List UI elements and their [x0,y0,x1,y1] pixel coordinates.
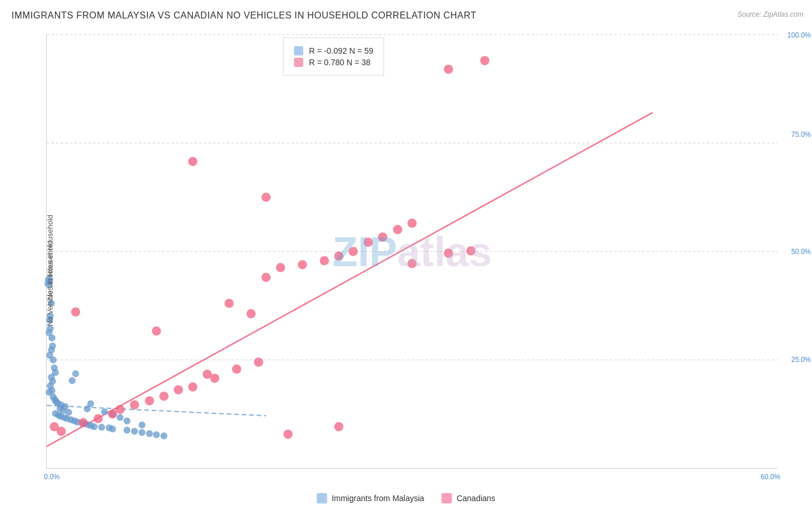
svg-point-17 [50,356,57,363]
svg-line-4 [47,405,266,416]
svg-point-74 [298,260,307,269]
svg-point-73 [276,263,285,272]
bottom-legend: Immigrants from Malaysia Canadians [316,493,495,503]
svg-point-83 [130,400,139,409]
svg-point-45 [91,423,98,430]
legend-text-1: R = -0.092 N = 59 [309,46,373,55]
svg-point-72 [262,273,271,282]
y-label-100: 100.0% [787,31,811,39]
y-axis-label-text: No Vehicles in Household [46,241,54,326]
legend-swatch-blue [294,46,303,55]
svg-point-67 [152,326,161,335]
svg-point-81 [408,219,417,228]
svg-point-79 [378,233,388,242]
svg-point-49 [124,427,131,434]
x-label-60: 60.0% [761,473,780,481]
bottom-swatch-blue [316,493,327,503]
svg-point-94 [284,430,293,439]
svg-point-62 [124,417,131,424]
chart-title: IMMIGRANTS FROM MALAYSIA VS CANADIAN NO … [12,10,476,21]
svg-point-84 [145,396,154,405]
svg-point-58 [84,405,91,412]
svg-point-91 [94,414,103,423]
svg-point-53 [153,431,160,438]
legend-box: R = -0.092 N = 59 R = 0.780 N = 38 [283,38,384,76]
svg-point-85 [159,391,169,401]
bottom-swatch-pink [442,493,452,503]
source-text: Source: ZipAtlas.com [737,10,803,18]
svg-point-93 [444,249,453,258]
svg-point-66 [57,427,66,436]
svg-point-51 [139,429,146,436]
legend-swatch-pink [294,58,303,67]
svg-point-90 [79,418,88,427]
svg-point-87 [210,374,219,383]
chart-container: IMMIGRANTS FROM MALAYSIA VS CANADIAN NO … [0,0,812,515]
chart-svg [47,35,777,468]
svg-point-101 [466,247,475,256]
chart-area: ZIPatlas [46,35,777,469]
svg-point-99 [262,193,271,202]
svg-point-89 [254,357,263,367]
svg-point-88 [232,364,241,374]
svg-point-71 [247,309,256,318]
svg-point-50 [131,428,138,435]
svg-point-55 [72,370,79,377]
bottom-legend-item-1: Immigrants from Malaysia [316,493,424,503]
svg-line-5 [47,113,653,446]
svg-point-64 [71,307,80,316]
y-label-25: 25.0% [791,356,811,364]
svg-point-56 [69,377,76,384]
svg-point-46 [98,424,105,431]
svg-point-13 [49,334,55,341]
svg-point-75 [320,256,329,265]
legend-row-2: R = 0.780 N = 38 [294,58,373,67]
bottom-legend-item-2: Canadians [442,493,496,503]
svg-point-96 [408,259,417,268]
svg-point-68 [174,385,183,394]
svg-point-48 [109,426,116,432]
svg-point-92 [108,409,117,419]
y-label-50: 50.0% [791,248,811,256]
svg-point-54 [161,432,167,439]
svg-point-77 [349,247,358,256]
y-label-75: 75.0% [791,130,811,139]
bottom-legend-label-2: Canadians [457,494,496,503]
svg-point-98 [480,56,489,65]
svg-point-100 [188,157,198,166]
svg-point-59 [101,408,108,415]
svg-point-80 [393,225,403,234]
x-label-0: 0.0% [44,473,59,481]
svg-point-97 [444,65,453,74]
svg-point-95 [334,422,344,431]
svg-point-86 [188,382,198,391]
bottom-legend-label-1: Immigrants from Malaysia [331,494,424,503]
svg-point-52 [146,430,153,437]
legend-text-2: R = 0.780 N = 38 [309,58,371,67]
svg-point-78 [364,238,373,247]
legend-row-1: R = -0.092 N = 59 [294,46,373,55]
svg-point-63 [139,421,146,428]
svg-point-76 [334,252,344,261]
svg-point-70 [225,298,234,308]
svg-point-33 [65,409,72,416]
svg-point-61 [117,414,124,421]
